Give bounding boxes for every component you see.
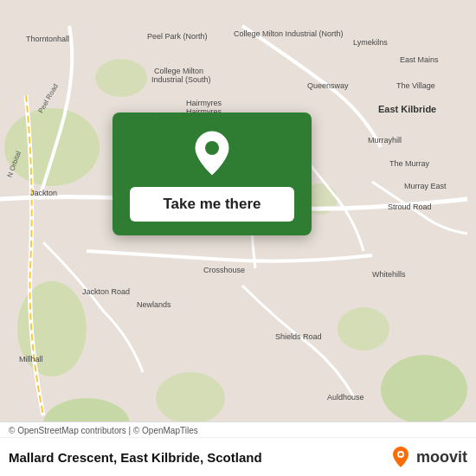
svg-text:Lymekilns: Lymekilns xyxy=(353,38,388,47)
map-background: Thorntonhall Peel Park (North) College M… xyxy=(0,0,476,476)
moovit-text: moovit xyxy=(416,448,467,466)
svg-text:Murray East: Murray East xyxy=(404,182,447,190)
bottom-bar: © OpenStreetMap contributors | © OpenMap… xyxy=(0,421,476,476)
take-me-there-button[interactable]: Take me there xyxy=(130,187,294,222)
moovit-pin-icon xyxy=(389,445,413,469)
svg-text:Whitehills: Whitehills xyxy=(372,270,406,279)
map-container: Thorntonhall Peel Park (North) College M… xyxy=(0,0,476,476)
address-row: Mallard Crescent, East Kilbride, Scotlan… xyxy=(0,438,476,476)
svg-text:Thorntonhall: Thorntonhall xyxy=(26,35,69,43)
svg-text:Queensway: Queensway xyxy=(307,81,349,90)
svg-text:Millhall: Millhall xyxy=(19,355,43,363)
location-pin-icon xyxy=(191,130,233,177)
svg-text:Auldhouse: Auldhouse xyxy=(327,393,364,402)
address-text: Mallard Crescent, East Kilbride, Scotlan… xyxy=(9,450,262,465)
svg-point-38 xyxy=(399,453,402,456)
svg-text:The Murray: The Murray xyxy=(389,159,430,168)
svg-text:Shields Road: Shields Road xyxy=(275,332,322,341)
action-card: Take me there xyxy=(113,113,312,235)
svg-text:Peel Park (North): Peel Park (North) xyxy=(147,32,208,41)
svg-text:East Mains: East Mains xyxy=(400,55,439,64)
svg-text:East Kilbride: East Kilbride xyxy=(378,104,436,114)
svg-point-6 xyxy=(338,307,389,351)
svg-point-4 xyxy=(156,372,225,424)
svg-text:Jackton: Jackton xyxy=(30,189,57,197)
svg-point-5 xyxy=(381,355,467,424)
svg-text:Jackton Road: Jackton Road xyxy=(82,287,130,296)
location-icon-wrap xyxy=(189,130,235,177)
copyright-text: © OpenStreetMap contributors | © OpenMap… xyxy=(9,426,198,435)
svg-text:Murrayhill: Murrayhill xyxy=(368,136,402,145)
svg-text:College Milton Industrial (Nor: College Milton Industrial (North) xyxy=(234,29,344,38)
svg-text:The Village: The Village xyxy=(396,81,435,90)
svg-point-1 xyxy=(4,108,100,186)
svg-text:College Milton: College Milton xyxy=(154,67,203,75)
svg-text:Industrial (South): Industrial (South) xyxy=(151,75,211,84)
svg-point-36 xyxy=(205,141,219,155)
svg-text:Stroud Road: Stroud Road xyxy=(388,203,432,211)
svg-point-8 xyxy=(95,59,147,97)
svg-text:Newlands: Newlands xyxy=(137,300,171,309)
svg-text:Hairmyres: Hairmyres xyxy=(186,99,222,107)
svg-text:Crosshouse: Crosshouse xyxy=(203,266,245,274)
moovit-logo: moovit xyxy=(389,445,467,469)
copyright-row: © OpenStreetMap contributors | © OpenMap… xyxy=(0,422,476,438)
